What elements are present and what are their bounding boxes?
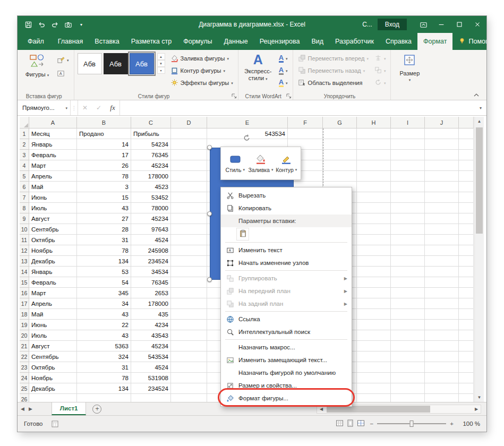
cell-G1[interactable] — [323, 128, 357, 139]
cell-J6[interactable] — [425, 182, 459, 192]
cell-I15[interactable] — [391, 277, 425, 288]
normal-view-icon[interactable] — [336, 419, 344, 428]
cell-J13[interactable] — [425, 256, 459, 267]
cell-B10[interactable]: 28 — [77, 224, 131, 235]
cell-J10[interactable] — [425, 224, 459, 235]
cell-H6[interactable] — [357, 182, 391, 192]
cell-K5[interactable] — [459, 171, 474, 182]
gallery-up-icon[interactable]: ▲ — [157, 53, 165, 60]
cell-C18[interactable]: 435 — [131, 309, 171, 320]
text-box-button[interactable]: А — [55, 68, 71, 80]
zoom-out-icon[interactable]: − — [370, 421, 374, 427]
tab-formulas[interactable]: Формулы — [177, 33, 218, 50]
page-break-view-icon[interactable] — [357, 419, 365, 428]
row-header-26[interactable]: 26 — [20, 394, 29, 402]
cell-D16[interactable] — [171, 288, 207, 298]
cell-B24[interactable]: 78 — [77, 373, 131, 383]
row-header-5[interactable]: 5 — [20, 171, 29, 182]
row-header-7[interactable]: 7 — [20, 192, 29, 203]
cell-D6[interactable] — [171, 182, 207, 192]
cell-K3[interactable] — [459, 150, 474, 160]
cell-H22[interactable] — [357, 351, 391, 362]
cell-A12[interactable]: Ноябрь — [29, 245, 77, 256]
cell-H7[interactable] — [357, 192, 391, 203]
cell-C2[interactable]: 54234 — [131, 139, 171, 150]
cell-C3[interactable]: 76345 — [131, 150, 171, 160]
cell-G3[interactable] — [323, 150, 357, 160]
cell-C26[interactable] — [131, 394, 171, 402]
tab-page-layout[interactable]: Разметка стр — [125, 33, 177, 50]
cell-A4[interactable]: Март — [29, 160, 77, 171]
cell-A25[interactable]: Декабрь — [29, 383, 77, 394]
cell-D5[interactable] — [171, 171, 207, 182]
row-header-2[interactable]: 2 — [20, 139, 29, 150]
cell-J19[interactable] — [425, 320, 459, 330]
cell-B20[interactable]: 43 — [77, 330, 131, 341]
cell-D18[interactable] — [171, 309, 207, 320]
row-header-23[interactable]: 23 — [20, 362, 29, 373]
cell-H5[interactable] — [357, 171, 391, 182]
minimize-button[interactable] — [432, 16, 450, 33]
sign-in-button[interactable]: Вход — [378, 19, 407, 30]
row-header-21[interactable]: 21 — [20, 341, 29, 351]
sheet-prev-icon[interactable]: ◀ — [21, 406, 24, 411]
undo-icon[interactable] — [35, 18, 48, 31]
shape-style-preset-1[interactable]: Абв — [78, 53, 102, 74]
cell-J22[interactable] — [425, 351, 459, 362]
cell-I20[interactable] — [391, 330, 425, 341]
cell-C12[interactable]: 245908 — [131, 245, 171, 256]
cell-H11[interactable] — [357, 235, 391, 245]
cell-I13[interactable] — [391, 256, 425, 267]
selection-handle-bottom-left[interactable] — [207, 277, 212, 282]
row-header-24[interactable]: 24 — [20, 373, 29, 383]
row-header-17[interactable]: 17 — [20, 298, 29, 309]
wordart-dialog-launcher-icon[interactable] — [286, 93, 292, 99]
cell-B22[interactable]: 324 — [77, 351, 131, 362]
row-header-1[interactable]: 1 — [20, 128, 29, 139]
cell-B26[interactable] — [77, 394, 131, 402]
column-header-G[interactable]: G — [323, 117, 357, 128]
cell-J11[interactable] — [425, 235, 459, 245]
cell-J25[interactable] — [425, 383, 459, 394]
zoom-in-icon[interactable]: + — [450, 421, 454, 427]
edit-shape-button[interactable]: ▾ — [55, 54, 71, 66]
gallery-down-icon[interactable]: ▼ — [157, 60, 165, 67]
scroll-down-icon[interactable]: ▼ — [475, 393, 484, 402]
cell-A19[interactable]: Июнь — [29, 320, 77, 330]
shape-style-preset-2[interactable]: Абв — [104, 53, 128, 74]
cell-I26[interactable] — [391, 394, 425, 402]
cell-A6[interactable]: Май — [29, 182, 77, 192]
column-header-D[interactable]: D — [171, 117, 207, 128]
shapes-button[interactable]: Фигуры ▾ — [22, 52, 53, 92]
cell-D11[interactable] — [171, 235, 207, 245]
cell-D8[interactable] — [171, 203, 207, 213]
camera-icon[interactable] — [62, 18, 74, 31]
cell-D21[interactable] — [171, 341, 207, 351]
cell-H2[interactable] — [357, 139, 391, 150]
cell-I22[interactable] — [391, 351, 425, 362]
column-header-C[interactable]: C — [131, 117, 171, 128]
quick-styles-button[interactable]: А Экспресс-стили ▾ — [242, 52, 275, 92]
tab-file[interactable]: Файл — [20, 33, 52, 50]
row-header-18[interactable]: 18 — [20, 309, 29, 320]
cell-K25[interactable] — [459, 383, 474, 394]
cell-A11[interactable]: Октябрь — [29, 235, 77, 245]
cell-K24[interactable] — [459, 373, 474, 383]
cell-D22[interactable] — [171, 351, 207, 362]
cell-D14[interactable] — [171, 267, 207, 277]
cell-J20[interactable] — [425, 330, 459, 341]
cell-D7[interactable] — [171, 192, 207, 203]
cell-J7[interactable] — [425, 192, 459, 203]
cell-D24[interactable] — [171, 373, 207, 383]
cell-I25[interactable] — [391, 383, 425, 394]
cell-C7[interactable]: 53452 — [131, 192, 171, 203]
cell-I1[interactable] — [391, 128, 425, 139]
cell-A16[interactable]: Март — [29, 288, 77, 298]
cell-D25[interactable] — [171, 383, 207, 394]
cell-A22[interactable]: Сентябрь — [29, 351, 77, 362]
column-header-A[interactable]: A — [29, 117, 77, 128]
shape-effects-button[interactable]: Эффекты фигуры▾ — [169, 77, 235, 89]
row-header-10[interactable]: 10 — [20, 224, 29, 235]
cell-A17[interactable]: Апрель — [29, 298, 77, 309]
cell-D1[interactable] — [171, 128, 207, 139]
